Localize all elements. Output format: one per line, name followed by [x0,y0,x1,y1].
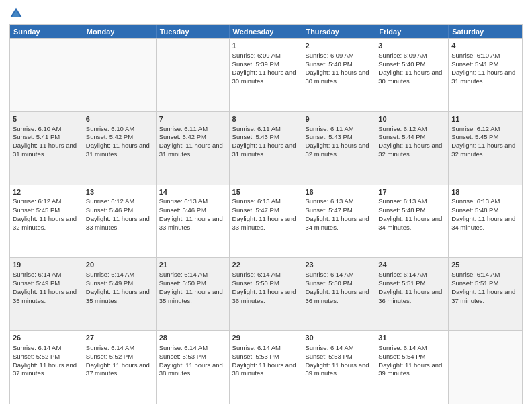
cal-cell: 27Sunrise: 6:14 AMSunset: 5:52 PMDayligh… [83,331,157,404]
sunrise: Sunrise: 6:11 AM [232,125,281,132]
daylight: Daylight: 11 hours and 33 minutes. [232,215,296,231]
daylight: Daylight: 11 hours and 36 minutes. [305,288,369,304]
sunrise: Sunrise: 6:10 AM [13,125,61,132]
day-number: 14 [159,187,226,197]
sunrise: Sunrise: 6:10 AM [86,125,134,132]
daylight: Daylight: 11 hours and 34 minutes. [451,215,515,231]
day-number: 16 [305,187,372,197]
day-number: 15 [232,187,300,197]
sunrise: Sunrise: 6:10 AM [451,52,500,59]
day-number: 22 [232,260,300,270]
cal-header-cell: Saturday [449,25,522,38]
sunrise: Sunrise: 6:14 AM [378,271,427,278]
cal-cell: 24Sunrise: 6:14 AMSunset: 5:51 PMDayligh… [375,258,449,330]
calendar: SundayMondayTuesdayWednesdayThursdayFrid… [9,24,523,404]
sunset: Sunset: 5:54 PM [378,353,425,360]
day-number: 19 [13,260,80,270]
daylight: Daylight: 11 hours and 32 minutes. [305,142,369,158]
cal-cell: 17Sunrise: 6:13 AMSunset: 5:48 PMDayligh… [375,185,449,258]
daylight: Daylight: 11 hours and 31 minutes. [159,142,223,158]
cal-week: 12Sunrise: 6:12 AMSunset: 5:45 PMDayligh… [10,185,522,258]
day-number: 5 [13,114,80,124]
cal-cell: 30Sunrise: 6:14 AMSunset: 5:53 PMDayligh… [302,331,375,404]
cal-cell: 13Sunrise: 6:12 AMSunset: 5:46 PMDayligh… [83,185,157,258]
sunrise: Sunrise: 6:14 AM [13,271,61,278]
daylight: Daylight: 11 hours and 31 minutes. [232,142,296,158]
sunrise: Sunrise: 6:09 AM [378,52,427,59]
daylight: Daylight: 11 hours and 35 minutes. [13,288,77,304]
sunrise: Sunrise: 6:12 AM [86,197,134,205]
cal-header-cell: Sunday [10,25,83,38]
sunset: Sunset: 5:51 PM [378,279,425,287]
sunset: Sunset: 5:40 PM [378,60,425,68]
cal-header-cell: Tuesday [157,25,230,38]
sunrise: Sunrise: 6:09 AM [232,52,281,59]
logo [9,7,26,20]
page: SundayMondayTuesdayWednesdayThursdayFrid… [0,0,532,411]
cal-cell: 11Sunrise: 6:12 AMSunset: 5:45 PMDayligh… [449,112,522,185]
sunrise: Sunrise: 6:13 AM [378,197,427,205]
cal-week: 1Sunrise: 6:09 AMSunset: 5:39 PMDaylight… [10,38,522,111]
sunset: Sunset: 5:51 PM [451,279,498,287]
day-number: 8 [232,114,300,124]
day-number: 24 [378,260,445,270]
cal-cell: 12Sunrise: 6:12 AMSunset: 5:45 PMDayligh… [10,185,83,258]
daylight: Daylight: 11 hours and 34 minutes. [378,215,442,231]
cal-cell: 5Sunrise: 6:10 AMSunset: 5:41 PMDaylight… [10,112,83,185]
cal-cell: 16Sunrise: 6:13 AMSunset: 5:47 PMDayligh… [302,185,375,258]
sunset: Sunset: 5:47 PM [305,206,352,214]
daylight: Daylight: 11 hours and 35 minutes. [159,288,223,304]
daylight: Daylight: 11 hours and 37 minutes. [86,361,150,377]
calendar-header: SundayMondayTuesdayWednesdayThursdayFrid… [10,25,522,38]
sunset: Sunset: 5:46 PM [159,206,206,214]
logo-icon [9,7,23,20]
cal-cell: 28Sunrise: 6:14 AMSunset: 5:53 PMDayligh… [157,331,230,404]
day-number: 10 [378,114,445,124]
daylight: Daylight: 11 hours and 31 minutes. [13,142,77,158]
daylight: Daylight: 11 hours and 34 minutes. [305,215,369,231]
daylight: Daylight: 11 hours and 32 minutes. [13,215,77,231]
daylight: Daylight: 11 hours and 30 minutes. [232,68,296,85]
sunset: Sunset: 5:42 PM [159,133,206,140]
day-number: 23 [305,260,372,270]
daylight: Daylight: 11 hours and 39 minutes. [305,361,369,377]
sunrise: Sunrise: 6:12 AM [451,125,500,132]
sunrise: Sunrise: 6:14 AM [378,344,427,351]
cal-header-cell: Monday [83,25,157,38]
sunset: Sunset: 5:48 PM [451,206,498,214]
daylight: Daylight: 11 hours and 37 minutes. [451,288,515,304]
cal-week: 19Sunrise: 6:14 AMSunset: 5:49 PMDayligh… [10,257,522,330]
daylight: Daylight: 11 hours and 30 minutes. [305,68,369,85]
day-number: 25 [451,260,519,270]
sunrise: Sunrise: 6:14 AM [159,344,208,351]
day-number: 13 [86,187,153,197]
sunset: Sunset: 5:50 PM [159,279,206,287]
cal-cell [449,331,522,404]
day-number: 9 [305,114,372,124]
sunset: Sunset: 5:52 PM [13,353,60,360]
sunset: Sunset: 5:53 PM [159,353,206,360]
day-number: 29 [232,333,300,343]
cal-cell: 19Sunrise: 6:14 AMSunset: 5:49 PMDayligh… [10,258,83,330]
day-number: 6 [86,114,153,124]
sunset: Sunset: 5:49 PM [13,279,60,287]
sunset: Sunset: 5:46 PM [86,206,133,214]
day-number: 11 [451,114,519,124]
sunset: Sunset: 5:43 PM [232,133,279,140]
cal-cell: 9Sunrise: 6:11 AMSunset: 5:43 PMDaylight… [302,112,375,185]
cal-cell: 2Sunrise: 6:09 AMSunset: 5:40 PMDaylight… [302,39,375,111]
sunset: Sunset: 5:44 PM [378,133,425,140]
sunset: Sunset: 5:39 PM [232,60,279,68]
cal-cell: 7Sunrise: 6:11 AMSunset: 5:42 PMDaylight… [157,112,230,185]
cal-cell [10,39,83,111]
sunset: Sunset: 5:50 PM [305,279,352,287]
daylight: Daylight: 11 hours and 32 minutes. [451,142,515,158]
sunrise: Sunrise: 6:14 AM [451,271,500,278]
cal-cell: 31Sunrise: 6:14 AMSunset: 5:54 PMDayligh… [375,331,449,404]
sunset: Sunset: 5:52 PM [86,353,133,360]
day-number: 18 [451,187,519,197]
day-number: 27 [86,333,153,343]
calendar-body: 1Sunrise: 6:09 AMSunset: 5:39 PMDaylight… [10,38,522,404]
cal-cell: 23Sunrise: 6:14 AMSunset: 5:50 PMDayligh… [302,258,375,330]
sunrise: Sunrise: 6:14 AM [86,271,134,278]
